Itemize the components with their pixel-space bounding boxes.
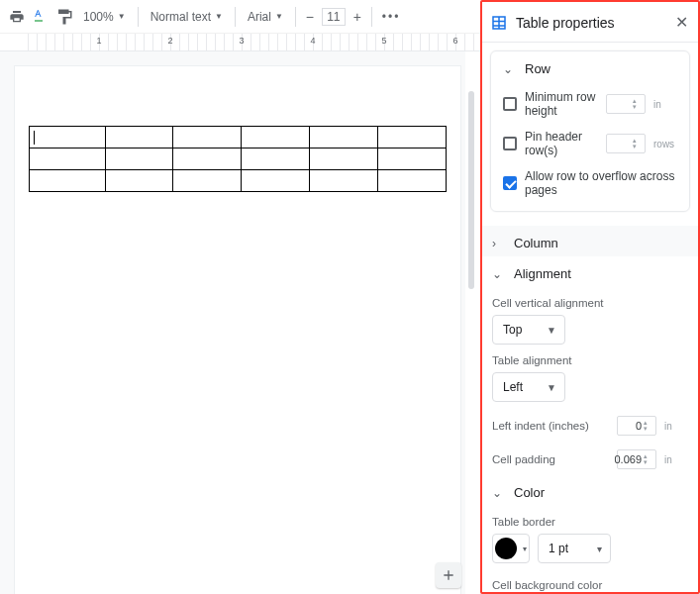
table-cell[interactable] [173,148,242,170]
separator [295,7,296,27]
table-icon [490,14,508,32]
alignment-section: Cell vertical alignment Top ▼ Table alig… [482,297,698,475]
table-cell[interactable] [310,127,378,148]
row-section-header[interactable]: ⌄ Row [493,53,687,82]
alignment-section-label: Alignment [514,266,571,281]
table-cell[interactable] [242,148,310,170]
dropdown-icon: ▾ [523,544,527,553]
table-cell[interactable] [105,148,173,170]
cell-padding-row: Cell padding 0.069▴▾ in [492,449,688,469]
dropdown-icon: ▼ [215,12,223,21]
chevron-down-icon: ⌄ [492,267,504,281]
more-icon[interactable]: ••• [382,10,401,24]
font-size-increase[interactable]: + [350,9,365,25]
table-cell[interactable] [242,127,310,148]
font-dropdown[interactable]: Arial ▼ [242,10,289,24]
min-row-height-option[interactable]: Minimum row height ▴▾ in [493,82,687,122]
table-cell[interactable] [378,170,447,192]
allow-overflow-label: Allow row to overflow across pages [525,169,677,197]
page[interactable] [14,65,461,594]
table-cell[interactable] [173,127,242,148]
table-cell[interactable] [30,148,106,170]
chevron-down-icon: ⌄ [492,486,504,500]
min-row-height-label: Minimum row height [525,90,598,118]
allow-overflow-option[interactable]: Allow row to overflow across pages [493,161,687,201]
table-align-label: Table alignment [492,354,688,366]
table-cell[interactable] [378,127,447,148]
table-cell[interactable] [30,170,106,192]
font-size-stepper: − 11 + [302,8,365,26]
pin-header-rows-checkbox[interactable] [503,137,517,150]
left-indent-row: Left indent (inches) 0▴▾ in [492,416,688,436]
left-indent-label: Left indent (inches) [492,420,609,432]
explore-button[interactable] [436,562,461,588]
document-area[interactable] [0,51,477,594]
panel-header: Table properties ✕ [482,3,698,43]
column-section-label: Column [514,236,558,250]
cell-padding-input[interactable]: 0.069▴▾ [617,449,656,469]
border-width-dropdown[interactable]: 1 pt ▾ [538,534,611,563]
zoom-value: 100% [83,10,114,24]
table-cell[interactable] [105,170,173,192]
print-icon[interactable] [6,6,28,28]
allow-overflow-checkbox[interactable] [503,176,517,190]
table-cell[interactable] [310,148,378,170]
color-section-header[interactable]: ⌄ Color [482,475,698,506]
zoom-dropdown[interactable]: 100% ▼ [77,10,132,24]
min-row-height-input[interactable]: ▴▾ [606,94,646,114]
border-color-swatch [495,538,517,559]
table-align-dropdown[interactable]: Left ▼ [492,372,565,402]
pin-header-rows-option[interactable]: Pin header row(s) ▴▾ rows [493,122,687,161]
min-row-height-checkbox[interactable] [503,97,517,111]
row-section-label: Row [525,61,550,76]
table-cell[interactable] [173,170,242,192]
alignment-section-header[interactable]: ⌄ Alignment [482,256,698,287]
cell-bg-label: Cell background color [492,579,688,591]
spellcheck-icon[interactable] [30,6,51,28]
separator [371,7,372,27]
cell-padding-label: Cell padding [492,453,609,465]
dropdown-icon: ▼ [547,325,556,336]
row-section-card: ⌄ Row Minimum row height ▴▾ in Pin heade… [490,50,690,212]
separator [138,7,139,27]
text-cursor [34,131,35,145]
cell-padding-unit: in [664,454,688,465]
style-value: Normal text [150,10,211,24]
style-dropdown[interactable]: Normal text ▼ [145,10,229,24]
panel-title: Table properties [516,15,664,31]
font-value: Arial [248,10,271,24]
separator [235,7,236,27]
pin-header-rows-unit: rows [653,139,677,149]
chevron-right-icon: › [492,237,504,250]
table-cell[interactable] [310,170,378,192]
column-section-header[interactable]: › Column [482,226,698,256]
table-cell[interactable] [30,127,106,148]
close-icon[interactable]: ✕ [672,14,690,32]
table-properties-panel: Table properties ✕ ⌄ Row Minimum row hei… [480,0,700,594]
pin-header-rows-input[interactable]: ▴▾ [606,134,646,153]
font-size-input[interactable]: 11 [322,8,346,26]
left-indent-unit: in [664,421,688,432]
font-size-decrease[interactable]: − [302,9,318,25]
chevron-down-icon: ⌄ [503,62,515,76]
pin-header-rows-label: Pin header row(s) [525,130,598,157]
dropdown-icon: ▼ [118,12,126,21]
left-indent-input[interactable]: 0▴▾ [617,416,656,436]
color-section: Table border ▾ 1 pt ▾ Cell background co… [482,516,698,591]
cell-va-label: Cell vertical alignment [492,297,688,309]
min-row-height-unit: in [653,99,677,110]
table-border-label: Table border [492,516,688,528]
table-cell[interactable] [242,170,310,192]
color-section-label: Color [514,485,545,500]
dropdown-icon: ▼ [275,12,283,21]
table-cell[interactable] [105,127,173,148]
dropdown-icon: ▼ [547,382,556,393]
dropdown-icon: ▾ [597,544,602,554]
border-color-dropdown[interactable]: ▾ [492,534,530,563]
document-table[interactable] [29,126,447,192]
table-cell[interactable] [378,148,447,170]
panel-body[interactable]: ⌄ Row Minimum row height ▴▾ in Pin heade… [482,43,698,591]
scrollbar[interactable] [465,51,477,594]
paint-format-icon[interactable] [53,6,75,28]
cell-va-dropdown[interactable]: Top ▼ [492,315,565,345]
